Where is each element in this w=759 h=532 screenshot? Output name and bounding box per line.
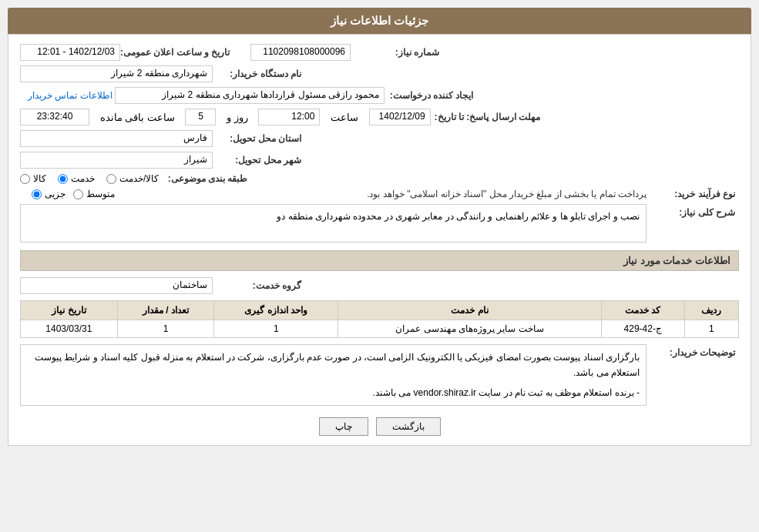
table-row: 1 ج-42-429 ساخت سایر پروژه‌های مهندسی عم… [21,320,739,338]
services-table: ردیف کد خدمت نام خدمت واحد اندازه گیری ت… [20,300,739,338]
col-unit: واحد اندازه گیری [214,301,338,320]
cell-unit: 1 [214,320,338,338]
purchase-type-small[interactable]: جزیی [32,189,65,199]
cell-code: ج-42-429 [601,320,684,338]
countdown-value: 23:32:40 [20,109,89,125]
buyer-org-value: شهرداری منطقه 2 شیراز [20,65,213,82]
notes-line1: بارگزاری اسناد پیوست بصورت امضای فیزیکی … [27,350,640,381]
category-radio-group: کالا/خدمت خدمت کالا [20,173,159,184]
category-label: طبقه بندی موضوعی: [159,173,251,184]
response-deadline-label: مهلت ارسال پاسخ: تا تاریخ: [435,112,544,122]
purchase-type-medium[interactable]: متوسط [73,189,115,199]
category-kala[interactable]: کالا [20,173,46,184]
col-qty: تعداد / مقدار [117,301,214,320]
notes-content: بارگزاری اسناد پیوست بصورت امضای فیزیکی … [20,344,646,406]
response-time: 12:00 [258,109,320,125]
cell-qty: 1 [117,320,214,338]
purchase-type-medium-label: متوسط [86,189,115,199]
notes-line2: - برنده استعلام موظف به ثبت نام در سایت … [27,385,640,400]
buyer-org-label: نام دستگاه خریدار: [213,69,305,79]
col-code: کد خدمت [601,301,684,320]
col-date: تاریخ نیاز [21,301,118,320]
page-title: جزئیات اطلاعات نیاز [331,14,428,27]
announce-datetime-label: تاریخ و ساعت اعلان عمومی: [120,47,233,58]
contact-link[interactable]: اطلاعات تماس خریدار [28,90,113,101]
back-button[interactable]: بازگشت [376,417,441,436]
province-value: فارس [20,130,213,147]
category-kala-label: کالا [33,173,46,184]
col-row: ردیف [684,301,738,320]
city-value: شیراز [20,152,213,169]
description-content: نصب و اجرای تابلو ها و علائم راهنمایی و … [20,204,646,243]
cell-row: 1 [684,320,738,338]
announce-datetime-value: 1402/12/03 - 12:01 [20,44,120,61]
print-button[interactable]: چاپ [319,417,368,436]
requester-value: محمود رازقی مسئول قراردادها شهرداری منطق… [115,87,385,104]
response-days-label: روز و [227,112,248,123]
province-label: استان محل تحویل: [213,133,305,144]
services-section-header: اطلاعات خدمات مورد نیاز [20,250,739,271]
col-name: نام خدمت [338,301,601,320]
service-group-value: ساختمان [20,277,213,294]
purchase-type-text: پرداخت تمام یا بخشی از مبلغ خریدار محل "… [115,189,646,199]
description-label: شرح کلی نیاز: [646,204,739,218]
description-value: نصب و اجرای تابلو ها و علائم راهنمایی و … [20,204,646,243]
response-time-label: ساعت [331,112,358,123]
service-group-label: گروه خدمت: [213,280,305,291]
category-kala-service-label: کالا/خدمت [119,173,159,184]
category-service[interactable]: خدمت [58,173,95,184]
need-number-value: 1102098108000096 [250,44,351,61]
button-row: بازگشت چاپ [20,417,739,436]
cell-date: 1403/03/31 [21,320,118,338]
countdown-label: ساعت باقی مانده [100,112,175,123]
city-label: شهر محل تحویل: [213,155,305,166]
response-date: 1402/12/09 [369,109,431,125]
category-kala-service[interactable]: کالا/خدمت [106,173,159,184]
purchase-type-small-label: جزیی [45,189,65,199]
page-header: جزئیات اطلاعات نیاز [8,8,751,34]
requester-label: ایجاد کننده درخواست: [385,90,477,101]
need-number-label: شماره نیاز: [351,47,443,58]
category-service-label: خدمت [71,173,95,184]
notes-label: توضیحات خریدار: [646,344,739,358]
cell-name: ساخت سایر پروژه‌های مهندسی عمران [338,320,601,338]
purchase-type-label: نوع فرآیند خرید: [646,189,739,199]
purchase-type-radios: متوسط جزیی [32,189,115,199]
response-days: 5 [185,109,216,125]
